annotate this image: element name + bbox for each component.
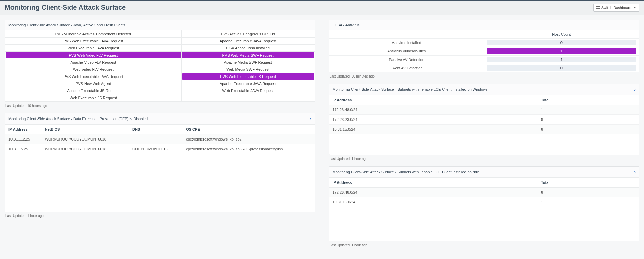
switch-dashboard-button[interactable]: Switch Dashboard ▼: [593, 4, 639, 12]
table-row[interactable]: 172.26.23.0/246: [329, 115, 639, 125]
matrix-cell[interactable]: Apache Executable JAVA Request: [181, 38, 315, 45]
matrix-cell[interactable]: Apache Executable JS Request: [5, 87, 182, 94]
matrix-cell[interactable]: Web Media SWF Request: [181, 66, 315, 73]
panel-win: Monitoring Client-Side Attack Surface - …: [329, 84, 640, 155]
count-bar: 0: [487, 65, 636, 71]
chevron-right-icon[interactable]: ›: [634, 87, 636, 92]
switch-dashboard-label: Switch Dashboard: [601, 6, 631, 10]
count-bar: 1: [487, 48, 636, 54]
panel-win-title: Monitoring Client-Side Attack Surface - …: [333, 87, 488, 91]
table-row[interactable]: 10.31.15.0/246: [329, 125, 639, 134]
panel-events: Monitoring Client-Side Attack Surface - …: [5, 20, 315, 102]
events-matrix: PVS Vulnerable ActiveX Component Detecte…: [5, 30, 315, 102]
glba-table: Host CountAntivirus Installed0Antivirus …: [329, 30, 639, 72]
column-header[interactable]: IP Address: [329, 95, 538, 105]
column-header[interactable]: IP Address: [329, 178, 538, 188]
matrix-cell[interactable]: PVS Web Video FLV Request: [5, 52, 182, 59]
matrix-cell[interactable]: OSX AdobeFlash Installed: [181, 45, 315, 52]
page-title: Monitoring Client-Side Attack Surface: [5, 4, 126, 12]
chevron-right-icon[interactable]: ›: [310, 116, 312, 122]
table-row[interactable]: 10.31.112.25WORKGROUP\CODYDUMONT6018cpe:…: [5, 134, 315, 144]
panel-dep: Monitoring Client-Side Attack Surface - …: [5, 113, 315, 212]
dashboard-grid-icon: [596, 6, 600, 9]
count-bar: 0: [487, 40, 636, 45]
table-row[interactable]: Antivirus Installed0: [329, 39, 639, 47]
column-header[interactable]: IP Address: [5, 125, 42, 134]
column-header[interactable]: Total: [538, 95, 639, 105]
events-last-updated: Last Updated: 10 hours ago: [5, 102, 315, 108]
matrix-cell[interactable]: PVS Web Executable JAVA Request: [5, 38, 182, 45]
column-header[interactable]: DNS: [129, 125, 183, 134]
column-header[interactable]: NetBIOS: [42, 125, 129, 134]
panel-events-title: Monitoring Client-Side Attack Surface - …: [8, 23, 125, 27]
matrix-cell[interactable]: Web Video FLV Request: [5, 66, 182, 73]
caret-down-icon: ▼: [633, 6, 636, 9]
count-bar: 1: [487, 57, 636, 62]
dep-last-updated: Last Updated: 1 hour ago: [5, 212, 315, 218]
matrix-cell[interactable]: PVS Web Media SWF Request: [181, 52, 315, 59]
dep-table: IP AddressNetBIOSDNSOS CPE10.31.112.25WO…: [5, 125, 315, 154]
matrix-cell[interactable]: PVS Vulnerable ActiveX Component Detecte…: [5, 30, 182, 38]
table-row[interactable]: 10.31.15.0/241: [329, 197, 639, 207]
nix-subnets-table: IP AddressTotal172.26.48.0/24610.31.15.0…: [329, 178, 639, 207]
nix-last-updated: Last Updated: 1 hour ago: [329, 241, 640, 248]
panel-glba: GLBA - Antivirus Host CountAntivirus Ins…: [329, 20, 640, 72]
matrix-cell[interactable]: Apache Executable JAVA Request: [181, 80, 315, 87]
matrix-cell[interactable]: Apache Video FLV Request: [5, 59, 182, 66]
matrix-cell[interactable]: PVS Web Executable JS Request: [181, 73, 315, 80]
matrix-cell[interactable]: PVS ActiveX Dangerous CLSIDs: [181, 30, 315, 38]
matrix-cell[interactable]: Web Executable JAVA Request: [181, 87, 315, 94]
glba-last-updated: Last Updated: 50 minutes ago: [329, 72, 640, 79]
matrix-cell[interactable]: PVS Web Executable JAVA Request: [5, 73, 182, 80]
table-row[interactable]: Antivirus Vulnerabilities1: [329, 47, 639, 56]
matrix-cell[interactable]: Apache Media SWF Request: [181, 59, 315, 66]
table-row[interactable]: 172.26.48.0/241: [329, 105, 639, 115]
matrix-cell[interactable]: [181, 94, 315, 102]
panel-dep-title: Monitoring Client-Side Attack Surface - …: [8, 117, 148, 121]
table-row[interactable]: 10.31.15.25WORKGROUP\CODYDUMONT6018CODYD…: [5, 144, 315, 154]
win-last-updated: Last Updated: 1 hour ago: [329, 155, 640, 161]
table-row[interactable]: 172.26.48.0/246: [329, 188, 639, 197]
column-header: Host Count: [484, 30, 639, 39]
column-header[interactable]: OS CPE: [183, 125, 315, 134]
chevron-right-icon[interactable]: ›: [634, 169, 636, 175]
table-row[interactable]: Event AV Detection0: [329, 64, 639, 72]
column-header[interactable]: Total: [538, 178, 639, 188]
table-row[interactable]: Passive AV Detection1: [329, 56, 639, 64]
panel-nix-title: Monitoring Client-Side Attack Surface - …: [333, 170, 479, 174]
matrix-cell[interactable]: PVS New Web Agent: [5, 80, 182, 87]
panel-nix: Monitoring Client-Side Attack Surface - …: [329, 166, 640, 241]
panel-glba-title: GLBA - Antivirus: [333, 23, 360, 27]
matrix-cell[interactable]: Web Executable JS Request: [5, 94, 182, 102]
matrix-cell[interactable]: Web Executable JAVA Request: [5, 45, 182, 52]
win-subnets-table: IP AddressTotal172.26.48.0/241172.26.23.…: [329, 95, 639, 134]
page-header: Monitoring Client-Side Attack Surface Sw…: [0, 1, 644, 15]
